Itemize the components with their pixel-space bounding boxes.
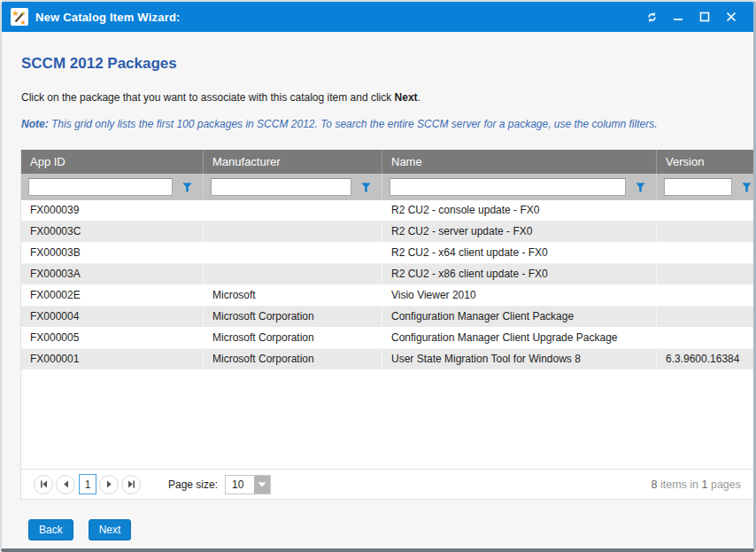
wizard-window: ★ ★ ★ New Catalog Item Wizard: xyxy=(0,0,756,552)
table-row[interactable]: FX00003CR2 CU2 - server update - FX0 xyxy=(21,222,753,243)
cell-manufacturer xyxy=(204,200,382,221)
cell-manufacturer xyxy=(204,222,382,242)
cell-app_id: FX000039 xyxy=(21,200,204,221)
packages-grid-body: FX000039R2 CU2 - console update - FX0FX0… xyxy=(21,200,753,370)
grid-pager: 1 Page size: 10 8 items in 1 pages xyxy=(21,469,753,499)
pages-text: pages xyxy=(707,478,741,491)
filter-cell-name xyxy=(382,174,657,200)
instruction-text: Click on the package that you want to as… xyxy=(21,91,420,104)
close-icon[interactable] xyxy=(718,6,744,27)
instruction-next-emphasis: Next xyxy=(395,91,418,104)
filter-cell-manufacturer xyxy=(204,174,382,200)
cell-version xyxy=(657,285,753,306)
note-body: This grid only lists the first 100 packa… xyxy=(49,118,658,130)
pager-summary: 8 items in 1 pages xyxy=(652,478,741,491)
note-text: Note: This grid only lists the first 100… xyxy=(21,118,658,130)
cell-manufacturer xyxy=(204,243,382,263)
cell-name: R2 CU2 - server update - FX0 xyxy=(382,222,657,242)
column-header-version[interactable]: Version xyxy=(657,150,753,174)
minimize-icon[interactable] xyxy=(665,6,691,27)
table-row[interactable]: FX00003AR2 CU2 - x86 client update - FX0 xyxy=(21,264,753,285)
cell-version: 6.3.9600.16384 xyxy=(657,349,753,369)
cell-name: Configuration Manager Client Upgrade Pac… xyxy=(382,328,657,348)
maximize-icon[interactable] xyxy=(691,6,718,27)
window-controls xyxy=(638,6,744,27)
svg-text:★: ★ xyxy=(12,9,19,18)
next-button[interactable]: Next xyxy=(89,519,132,540)
cell-name: Visio Viewer 2010 xyxy=(382,285,657,306)
page-size-label: Page size: xyxy=(168,478,218,491)
filter-funnel-icon[interactable] xyxy=(357,178,374,196)
cell-name: User State Migration Tool for Windows 8 xyxy=(382,349,657,369)
cell-app_id: FX00003B xyxy=(21,243,204,263)
table-row[interactable]: FX00002EMicrosoftVisio Viewer 2010 xyxy=(21,285,753,307)
cell-manufacturer: Microsoft Corporation xyxy=(204,349,382,369)
note-label: Note: xyxy=(21,118,49,130)
packages-grid: App IDManufacturerNameVersion FX000039R2… xyxy=(20,150,753,500)
cell-version xyxy=(657,243,753,263)
refresh-icon[interactable] xyxy=(638,6,665,27)
packages-grid-inner: App IDManufacturerNameVersion FX000039R2… xyxy=(21,150,753,370)
cell-name: R2 CU2 - x86 client update - FX0 xyxy=(382,264,657,284)
wizard-app-icon: ★ ★ ★ xyxy=(11,8,28,26)
cell-name: R2 CU2 - x64 client update - FX0 xyxy=(382,243,657,263)
cell-version xyxy=(657,200,753,221)
table-row[interactable]: FX000001Microsoft CorporationUser State … xyxy=(21,349,753,370)
table-row[interactable]: FX000004Microsoft CorporationConfigurati… xyxy=(21,307,753,328)
back-button[interactable]: Back xyxy=(28,519,73,540)
page-title: SCCM 2012 Packages xyxy=(21,55,177,73)
previous-page-button[interactable] xyxy=(56,475,75,494)
filter-funnel-icon[interactable] xyxy=(178,178,196,196)
table-row[interactable]: FX00003BR2 CU2 - x64 client update - FX0 xyxy=(21,243,753,264)
cell-version xyxy=(657,264,753,284)
filter-cell-version xyxy=(657,174,753,200)
cell-app_id: FX00002E xyxy=(21,285,204,306)
grid-empty-area xyxy=(21,370,753,469)
cell-name: R2 CU2 - console update - FX0 xyxy=(382,200,657,221)
last-page-button[interactable] xyxy=(121,475,141,494)
cell-app_id: FX00003C xyxy=(21,222,204,242)
cell-manufacturer xyxy=(204,264,382,284)
instruction-prefix: Click on the package that you want to as… xyxy=(21,91,395,104)
next-page-button[interactable] xyxy=(99,475,119,494)
cell-manufacturer: Microsoft xyxy=(204,285,382,306)
grid-filter-row xyxy=(21,174,753,200)
cell-version xyxy=(657,328,753,348)
cell-manufacturer: Microsoft Corporation xyxy=(204,307,382,327)
svg-text:★: ★ xyxy=(21,11,26,16)
filter-input-app_id[interactable] xyxy=(28,178,173,196)
wizard-footer: Back Next xyxy=(28,519,131,540)
column-header-name[interactable]: Name xyxy=(382,150,657,174)
table-row[interactable]: FX000005Microsoft CorporationConfigurati… xyxy=(21,328,753,349)
items-count: 8 xyxy=(652,478,658,491)
window-title: New Catalog Item Wizard: xyxy=(35,11,181,24)
cell-manufacturer: Microsoft Corporation xyxy=(204,328,382,348)
items-text: items in xyxy=(658,478,702,491)
page-size-dropdown[interactable]: 10 xyxy=(225,475,271,494)
first-page-button[interactable] xyxy=(34,475,53,494)
cell-version xyxy=(657,307,753,327)
cell-version xyxy=(657,222,753,242)
column-header-manufacturer[interactable]: Manufacturer xyxy=(204,150,382,174)
filter-cell-app_id xyxy=(21,174,204,200)
column-header-app_id[interactable]: App ID xyxy=(21,150,204,174)
title-bar: ★ ★ ★ New Catalog Item Wizard: xyxy=(2,2,753,32)
cell-app_id: FX000001 xyxy=(21,349,204,369)
filter-input-version[interactable] xyxy=(664,178,732,196)
table-row[interactable]: FX000039R2 CU2 - console update - FX0 xyxy=(21,200,753,222)
filter-input-manufacturer[interactable] xyxy=(211,178,351,196)
grid-header-row: App IDManufacturerNameVersion xyxy=(21,150,753,174)
cell-app_id: FX000005 xyxy=(21,328,204,348)
cell-name: Configuration Manager Client Package xyxy=(382,307,657,327)
cell-app_id: FX00003A xyxy=(21,264,204,284)
page-size-value: 10 xyxy=(226,476,254,494)
filter-input-name[interactable] xyxy=(390,178,626,196)
filter-funnel-icon[interactable] xyxy=(737,178,753,196)
current-page-button[interactable]: 1 xyxy=(79,474,96,494)
filter-funnel-icon[interactable] xyxy=(631,178,649,196)
chevron-down-icon[interactable] xyxy=(254,476,270,494)
cell-app_id: FX000004 xyxy=(21,307,204,327)
svg-text:★: ★ xyxy=(20,19,27,26)
instruction-suffix: . xyxy=(418,91,420,104)
